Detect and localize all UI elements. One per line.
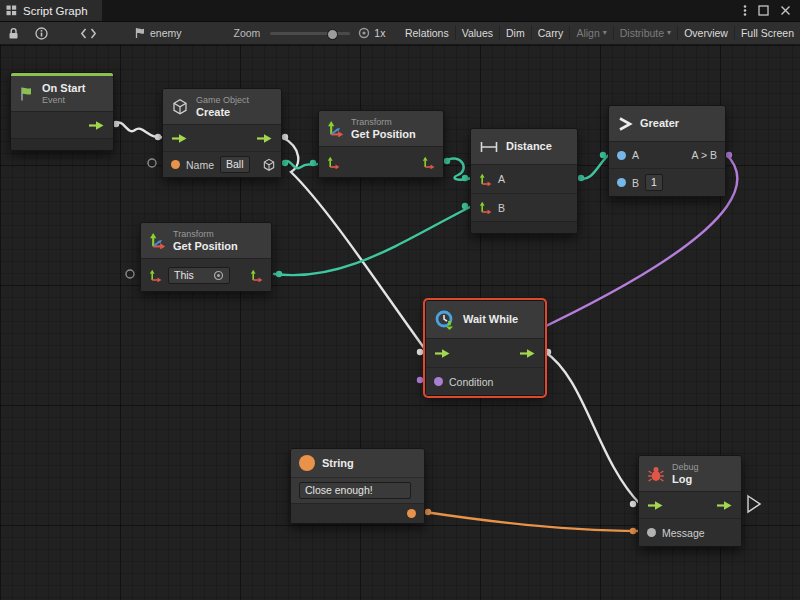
wait-clock-icon [434, 309, 456, 331]
wire-distance-to-greater[interactable] [578, 154, 610, 179]
transform-icon [327, 120, 344, 137]
transform-in-port[interactable] [149, 269, 162, 282]
game-object-out-port[interactable] [262, 158, 276, 172]
window-menu-icon[interactable] [743, 4, 747, 17]
flow-in-port[interactable] [647, 500, 664, 511]
cube-icon [171, 98, 189, 116]
node-category: Transform [173, 229, 238, 240]
node-category: Debug [672, 462, 699, 473]
wire-getposition-to-distance-b[interactable] [274, 206, 472, 275]
play-triangle-icon [748, 496, 760, 512]
node-title: On Start [42, 82, 85, 95]
code-view-icon[interactable] [77, 28, 100, 39]
node-string-literal[interactable]: String Close enough! [290, 448, 425, 524]
vector3-in-port-a[interactable] [479, 173, 492, 186]
zoom-value: 1x [374, 27, 385, 39]
wire-string-to-message[interactable] [425, 512, 640, 531]
port-b-label: B [632, 177, 639, 189]
flow-in-port[interactable] [171, 133, 188, 144]
window-title: Script Graph [23, 5, 88, 17]
script-graph-window: Script Graph enemy [0, 0, 800, 600]
port-a-label: A [632, 149, 639, 161]
name-port-label: Name [186, 159, 214, 171]
input-a-port[interactable] [617, 151, 626, 160]
node-greater[interactable]: Greater A A > B B 1 [608, 105, 726, 197]
node-game-object-create[interactable]: Game Object Create Name Ball [162, 88, 282, 178]
graph-target[interactable]: enemy [134, 27, 182, 39]
string-out-port[interactable] [407, 509, 416, 518]
message-in-port[interactable] [647, 528, 656, 537]
flow-out-port[interactable] [519, 348, 536, 359]
unconnected-port-indicator[interactable] [126, 270, 134, 278]
string-value-field[interactable]: Close enough! [299, 482, 411, 499]
node-get-position-top[interactable]: Transform Get Position [318, 110, 444, 178]
flag-icon [19, 86, 35, 102]
condition-label: Condition [449, 376, 493, 388]
flow-out-port[interactable] [88, 120, 105, 131]
string-icon [299, 455, 315, 471]
graph-tab-icon [6, 5, 17, 16]
distribute-button[interactable]: Distribute▾ [614, 22, 677, 44]
port-a-label: A [498, 173, 505, 185]
bug-icon [647, 465, 665, 483]
name-input-port[interactable] [171, 160, 180, 169]
values-button[interactable]: Values [456, 22, 499, 44]
node-footer [471, 221, 577, 233]
flow-out-port[interactable] [256, 133, 273, 144]
graph-asset-icon [134, 27, 146, 39]
node-on-start-event[interactable]: On Start Event [10, 72, 114, 151]
node-title: Distance [506, 140, 552, 153]
window-controls [743, 4, 800, 17]
node-title: String [322, 457, 354, 470]
node-distance[interactable]: Distance A B [470, 128, 578, 234]
target-icon [213, 270, 224, 281]
node-wait-while[interactable]: Wait While Condition [425, 300, 545, 396]
title-bar: Script Graph [0, 0, 800, 22]
full-screen-button[interactable]: Full Screen [735, 22, 800, 44]
vector3-out-port[interactable] [422, 156, 435, 169]
carry-button[interactable]: Carry [532, 22, 570, 44]
vector3-in-port-b[interactable] [479, 201, 492, 214]
transform-in-port[interactable] [327, 156, 340, 169]
flow-in-port[interactable] [434, 348, 451, 359]
node-title: Log [672, 473, 699, 486]
graph-target-label: enemy [150, 27, 182, 39]
align-button[interactable]: Align▾ [570, 22, 612, 44]
transform-icon [149, 232, 166, 249]
condition-in-port[interactable] [434, 377, 443, 386]
node-subtitle: Event [42, 95, 85, 106]
overview-button[interactable]: Overview [678, 22, 734, 44]
message-label: Message [662, 527, 705, 539]
unconnected-port-indicator[interactable] [148, 159, 156, 167]
zoom-slider-track [270, 32, 350, 35]
node-title: Create [196, 106, 249, 119]
node-title: Get Position [351, 128, 416, 141]
name-value-field[interactable]: Ball [220, 156, 250, 173]
zoom-slider-handle[interactable] [327, 29, 338, 40]
dropdown-caret-icon: ▾ [603, 29, 607, 37]
self-target-field[interactable]: This [168, 267, 230, 284]
input-b-port[interactable] [617, 178, 626, 187]
info-icon[interactable] [32, 27, 51, 40]
lock-icon[interactable] [5, 27, 22, 40]
dropdown-caret-icon: ▾ [667, 29, 671, 37]
relations-button[interactable]: Relations [399, 22, 455, 44]
self-target-value: This [174, 269, 194, 282]
node-title: Greater [640, 117, 679, 130]
tab-script-graph[interactable]: Script Graph [0, 0, 102, 21]
node-get-position-left[interactable]: Transform Get Position This [140, 222, 272, 292]
flow-out-port[interactable] [716, 500, 733, 511]
wire-waitwhile-to-log[interactable] [545, 352, 640, 504]
zoom-value-group: 1x [358, 27, 385, 39]
zoom-reset-icon[interactable] [358, 27, 370, 39]
vector3-out-port[interactable] [250, 269, 263, 282]
zoom-label: Zoom [234, 27, 261, 39]
b-value-field[interactable]: 1 [645, 174, 663, 191]
port-b-label: B [498, 202, 505, 214]
close-icon[interactable] [780, 5, 791, 16]
output-label: A > B [692, 149, 717, 161]
node-debug-log[interactable]: Debug Log Message [638, 455, 742, 547]
dim-button[interactable]: Dim [500, 22, 531, 44]
zoom-slider[interactable] [270, 22, 350, 44]
maximize-icon[interactable] [758, 5, 769, 16]
